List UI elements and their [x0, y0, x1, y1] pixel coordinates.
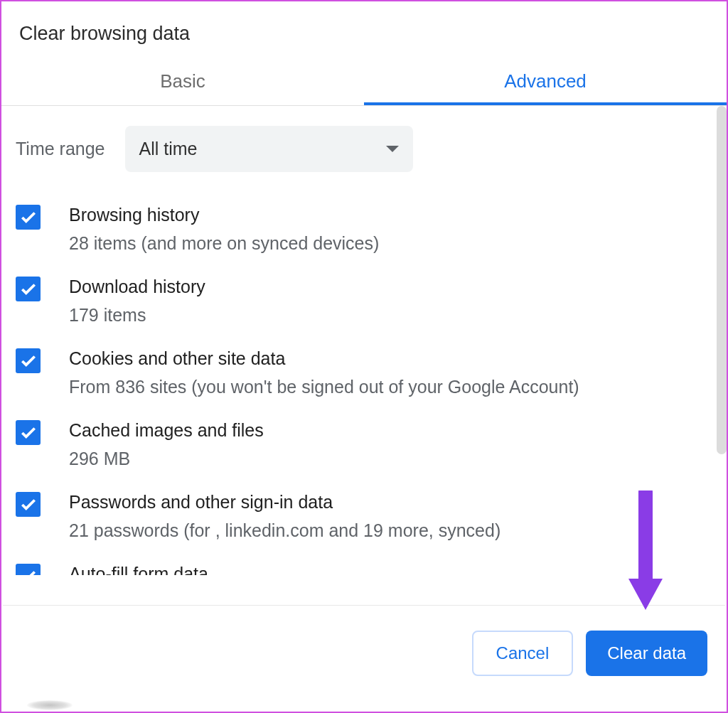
checkbox-passwords[interactable]: [16, 492, 41, 517]
item-row-browsing-history: Browsing history 28 items (and more on s…: [16, 193, 712, 265]
decorative-smudge: [27, 700, 73, 710]
checkbox-cached[interactable]: [16, 420, 41, 445]
item-row-autofill: Auto-fill form data: [16, 552, 712, 575]
item-title: Cookies and other site data: [69, 345, 712, 372]
item-title: Passwords and other sign-in data: [69, 489, 712, 516]
tabs: Basic Advanced: [1, 59, 727, 106]
check-icon: [19, 567, 38, 576]
tab-advanced[interactable]: Advanced: [364, 59, 727, 105]
check-icon: [19, 280, 38, 299]
checkbox-cookies[interactable]: [16, 348, 41, 373]
item-subtitle: 28 items (and more on synced devices): [69, 230, 712, 257]
item-row-passwords: Passwords and other sign-in data 21 pass…: [16, 481, 712, 552]
items-list: Browsing history 28 items (and more on s…: [1, 193, 727, 575]
dialog-title: Clear browsing data: [1, 1, 727, 59]
scrollbar[interactable]: [717, 106, 727, 454]
time-range-label: Time range: [16, 139, 105, 159]
checkbox-autofill[interactable]: [16, 564, 41, 575]
chevron-down-icon: [386, 146, 399, 152]
item-row-cached: Cached images and files 296 MB: [16, 409, 712, 481]
item-text: Download history 179 items: [69, 274, 712, 328]
item-subtitle: 21 passwords (for , linkedin.com and 19 …: [69, 518, 712, 545]
item-subtitle: 179 items: [69, 302, 712, 329]
time-range-select[interactable]: All time: [125, 126, 413, 172]
item-title: Download history: [69, 274, 712, 301]
tab-basic[interactable]: Basic: [1, 59, 364, 105]
item-text: Cookies and other site data From 836 sit…: [69, 345, 712, 400]
item-text: Auto-fill form data: [69, 561, 712, 575]
checkbox-download-history[interactable]: [16, 277, 41, 301]
item-subtitle: 296 MB: [69, 446, 712, 473]
check-icon: [19, 208, 38, 227]
item-subtitle: From 836 sites (you won't be signed out …: [69, 374, 712, 401]
check-icon: [19, 352, 38, 370]
cancel-button[interactable]: Cancel: [472, 631, 574, 676]
clear-data-button[interactable]: Clear data: [586, 631, 707, 676]
item-text: Browsing history 28 items (and more on s…: [69, 202, 712, 257]
content-area: Time range All time Browsing history 28 …: [1, 106, 727, 575]
item-row-cookies: Cookies and other site data From 836 sit…: [16, 337, 712, 409]
check-icon: [19, 495, 38, 514]
item-title: Cached images and files: [69, 417, 712, 444]
item-text: Cached images and files 296 MB: [69, 417, 712, 472]
dialog-footer: Cancel Clear data: [3, 605, 725, 712]
item-text: Passwords and other sign-in data 21 pass…: [69, 489, 712, 544]
item-title: Auto-fill form data: [69, 561, 712, 575]
time-range-row: Time range All time: [1, 106, 727, 193]
time-range-value: All time: [139, 139, 198, 159]
item-title: Browsing history: [69, 202, 712, 229]
checkbox-browsing-history[interactable]: [16, 205, 41, 230]
item-row-download-history: Download history 179 items: [16, 265, 712, 337]
check-icon: [19, 424, 38, 442]
